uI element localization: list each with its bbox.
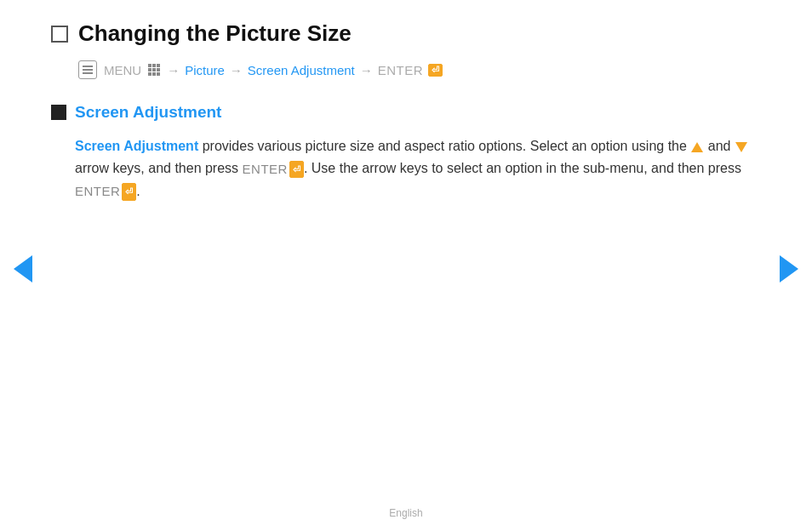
page-title: Changing the Picture Size [78,20,352,47]
breadcrumb-enter-label: ENTER [378,63,423,77]
section-body-part2: arrow keys, and then press [75,161,243,175]
section-title: Screen Adjustment [75,103,221,122]
section-body-part1: provides various picture size and aspect… [198,139,690,153]
breadcrumb-link-screen-adjustment[interactable]: Screen Adjustment [248,63,355,77]
footer-language: English [389,507,422,519]
section-block: Screen Adjustment Screen Adjustment prov… [51,103,761,203]
checkbox-icon [51,26,68,43]
section-body-end: . [136,184,140,198]
main-content: Changing the Picture Size MENU → Picture [0,0,812,203]
section-body-part3: . Use the arrow keys to select an option… [304,161,741,175]
breadcrumb-arrow2: → [230,63,243,77]
enter-key-1: ENTER⏎ [243,159,304,180]
breadcrumb: MENU → Picture → Screen Adjustment → ENT… [78,60,761,79]
section-body: Screen Adjustment provides various pictu… [75,135,761,203]
section-header-row: Screen Adjustment [51,103,761,122]
enter-icon-1: ⏎ [289,161,304,178]
down-arrow-icon [735,142,747,152]
svg-rect-2 [83,72,93,74]
svg-rect-1 [83,69,93,71]
menu-remote-icon [78,60,97,79]
section-bullet [51,105,66,120]
breadcrumb-arrow3: → [360,63,373,77]
breadcrumb-arrow1: → [167,63,180,77]
nav-left-button[interactable] [14,255,32,283]
breadcrumb-menu-label: MENU [104,63,141,77]
up-arrow-icon [691,142,703,152]
nav-right-button[interactable] [780,255,798,283]
menu-grid-icon [148,64,160,76]
enter-key-2: ENTER⏎ [75,181,136,203]
title-row: Changing the Picture Size [51,20,761,47]
svg-rect-0 [83,66,93,67]
breadcrumb-enter-icon: ⏎ [428,64,443,77]
enter-label-1: ENTER [243,159,288,180]
breadcrumb-link-picture[interactable]: Picture [185,63,225,77]
section-body-link: Screen Adjustment [75,139,198,153]
enter-icon-2: ⏎ [122,183,136,200]
section-body-and: and [708,139,731,153]
enter-label-2: ENTER [75,181,120,203]
